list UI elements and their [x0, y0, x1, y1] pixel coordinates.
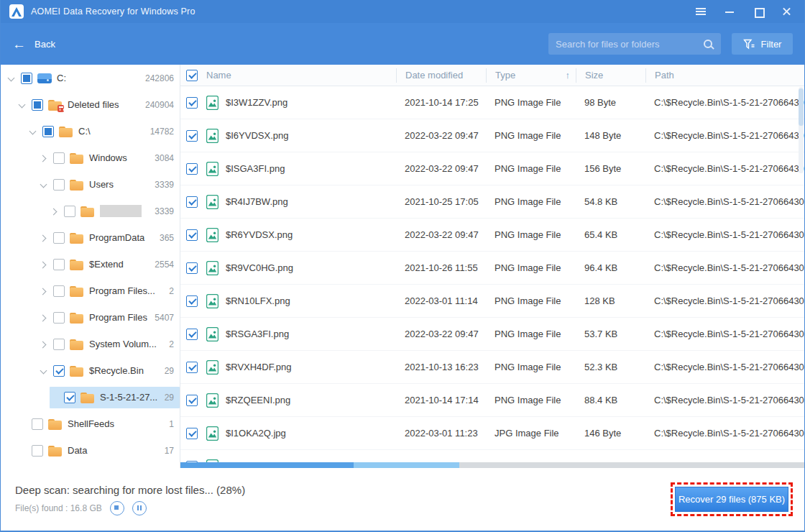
tree-item[interactable]: System Volum... 2: [1, 331, 180, 357]
row-checkbox[interactable]: [186, 196, 198, 208]
tree-item-label: System Volum...: [89, 339, 157, 349]
select-all-checkbox[interactable]: [186, 70, 198, 81]
row-checkbox[interactable]: [186, 395, 198, 406]
column-header-date-modified[interactable]: Date modified: [396, 68, 486, 83]
tree-checkbox[interactable]: [32, 99, 43, 111]
row-checkbox[interactable]: [186, 163, 198, 175]
file-size: 53.7 KB: [576, 329, 645, 339]
file-row[interactable]: $R9VC0HG.png 2021-10-26 11:55 PNG Image …: [180, 252, 804, 285]
file-type: PNG Image File: [486, 395, 576, 405]
file-type: PNG Image File: [486, 130, 576, 141]
file-table: $I3W1ZZV.png 2021-10-14 17:25 PNG Image …: [180, 86, 804, 462]
tree-item[interactable]: Data 17: [1, 437, 180, 464]
search-input[interactable]: [556, 39, 704, 50]
tree-checkbox[interactable]: [53, 365, 65, 377]
chevron-right-icon[interactable]: [50, 206, 59, 216]
tree-item[interactable]: Windows 3084: [1, 145, 180, 171]
file-row[interactable]: $RVXH4DF.png 2021-10-13 16:23 PNG Image …: [180, 351, 804, 384]
chevron-right-icon[interactable]: [39, 233, 48, 242]
vertical-scrollbar-thumb[interactable]: [799, 88, 804, 126]
minimize-icon[interactable]: [724, 6, 735, 17]
tree-item[interactable]: Deleted files 240904: [1, 91, 180, 118]
image-file-icon: [206, 162, 218, 176]
chevron-placeholder: [17, 446, 27, 455]
tree-checkbox[interactable]: [53, 232, 65, 244]
row-checkbox[interactable]: [186, 329, 198, 340]
tree-item[interactable]: Program Files 5407: [1, 304, 180, 331]
tree-item[interactable]: Program Files... 2: [1, 278, 180, 304]
image-file-icon: [206, 261, 218, 275]
row-checkbox[interactable]: [186, 295, 198, 307]
tree-item-label: Program Files...: [89, 285, 155, 296]
filter-button[interactable]: Filter: [732, 33, 793, 55]
row-checkbox[interactable]: [186, 362, 198, 373]
column-header-type[interactable]: Type ↑: [486, 68, 576, 83]
file-size: 88.4 KB: [576, 395, 645, 405]
tree-item[interactable]: ShellFeeds 1: [1, 411, 180, 437]
row-checkbox[interactable]: [186, 229, 198, 241]
close-icon[interactable]: [781, 6, 793, 17]
back-button[interactable]: ← Back: [12, 37, 55, 51]
row-checkbox[interactable]: [186, 130, 198, 142]
chevron-down-icon[interactable]: [39, 366, 48, 375]
row-checkbox[interactable]: [186, 262, 198, 274]
vertical-scrollbar[interactable]: [799, 87, 804, 173]
file-row[interactable]: $RZQEENI.png 2021-10-14 17:14 PNG Image …: [180, 384, 804, 417]
tree-item[interactable]: 3339: [1, 198, 180, 224]
app-window: AOMEI Data Recovery for Windows Pro ← Ba…: [0, 0, 805, 532]
chevron-down-icon[interactable]: [28, 127, 37, 136]
file-row[interactable]: $I6YVDSX.png 2022-03-22 09:47 PNG Image …: [180, 119, 804, 152]
hamburger-icon[interactable]: [695, 6, 707, 17]
chevron-right-icon[interactable]: [39, 260, 48, 269]
tree-item[interactable]: $Extend 2554: [1, 251, 180, 278]
tree-item[interactable]: $Recycle.Bin 29: [1, 357, 180, 384]
horizontal-scrollbar[interactable]: [180, 462, 804, 468]
row-checkbox[interactable]: [186, 97, 198, 109]
horizontal-scrollbar-thumb[interactable]: [180, 462, 459, 468]
file-date: 2022-03-01 11:23: [396, 428, 486, 439]
tree-checkbox[interactable]: [53, 312, 65, 324]
column-header-path[interactable]: Path: [645, 68, 804, 83]
tree-checkbox[interactable]: [53, 179, 65, 191]
tree-checkbox[interactable]: [53, 339, 65, 350]
file-name: $I1OKA2Q.jpg: [226, 428, 286, 439]
file-row[interactable]: $R6YVDSX.png 2022-03-22 09:47 PNG Image …: [180, 219, 804, 252]
chevron-down-icon[interactable]: [17, 100, 27, 109]
column-header-name[interactable]: Name: [206, 70, 396, 81]
tree-item[interactable]: S-1-5-21-27... 29: [1, 384, 180, 411]
pause-icon[interactable]: [132, 501, 147, 515]
column-header-size[interactable]: Size: [576, 68, 645, 83]
chevron-down-icon[interactable]: [6, 73, 16, 83]
maximize-icon[interactable]: [753, 6, 764, 17]
chevron-right-icon[interactable]: [39, 153, 48, 162]
file-row[interactable]: $ISGA3FI.png 2022-03-22 09:47 PNG Image …: [180, 152, 804, 185]
tree-checkbox[interactable]: [53, 259, 65, 270]
file-row[interactable]: $I1OKA2Q.jpg 2022-03-01 11:23 JPG Image …: [180, 417, 804, 450]
tree-checkbox[interactable]: [32, 445, 43, 457]
tree-checkbox[interactable]: [53, 152, 65, 164]
tree-item[interactable]: C: 242806: [1, 65, 180, 91]
tree-checkbox[interactable]: [64, 206, 75, 217]
file-row[interactable]: $R4IJ7BW.png 2021-10-25 17:05 PNG Image …: [180, 185, 804, 219]
chevron-right-icon[interactable]: [39, 339, 48, 349]
tree-checkbox[interactable]: [64, 392, 75, 403]
file-row[interactable]: $I3W1ZZV.png 2021-10-14 17:25 PNG Image …: [180, 86, 804, 119]
file-row[interactable]: $IG1HPK7.jpg 2022-03-01 11:16 JPG Image …: [180, 450, 804, 462]
tree-checkbox[interactable]: [21, 73, 32, 84]
file-row[interactable]: $RN10LFX.png 2022-03-01 11:14 PNG Image …: [180, 285, 804, 318]
tree-item[interactable]: C:\ 14782: [1, 118, 180, 145]
chevron-down-icon[interactable]: [39, 180, 48, 189]
stop-icon[interactable]: [110, 501, 124, 515]
tree-item[interactable]: ProgramData 365: [1, 224, 180, 251]
file-size: 128 KB: [576, 295, 645, 306]
tree-checkbox[interactable]: [53, 285, 65, 297]
chevron-right-icon[interactable]: [39, 286, 48, 295]
tree-checkbox[interactable]: [42, 126, 54, 137]
recover-button[interactable]: Recover 29 files (875 KB): [675, 487, 788, 512]
chevron-right-icon[interactable]: [39, 313, 48, 322]
tree-checkbox[interactable]: [32, 418, 43, 430]
search-icon[interactable]: [704, 40, 712, 48]
row-checkbox[interactable]: [186, 428, 198, 439]
tree-item[interactable]: Users 3339: [1, 171, 180, 198]
file-row[interactable]: $RSGA3FI.png 2022-03-22 09:47 PNG Image …: [180, 318, 804, 351]
